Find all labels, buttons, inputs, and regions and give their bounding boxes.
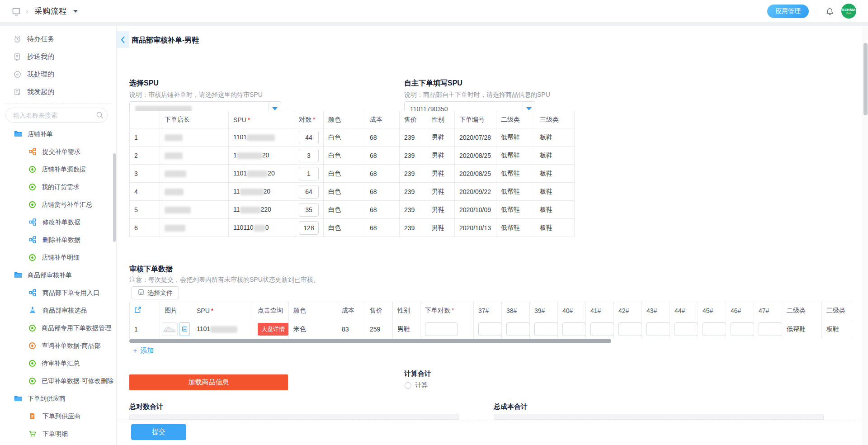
col-gender: 性别 (393, 302, 420, 319)
breadcrumb-app-name[interactable]: 采购流程 (34, 6, 67, 16)
sidebar-item-order-to-supplier[interactable]: 下单到供应商 (0, 407, 116, 425)
horizontal-scrollbar-thumb[interactable] (129, 339, 611, 343)
sidebar-item-dept-order-entry[interactable]: 商品部下单专用入口 (0, 284, 116, 302)
qty-input[interactable] (299, 131, 319, 144)
spu-cell: 11220 (229, 201, 294, 219)
size-input[interactable] (562, 322, 586, 336)
size-input[interactable] (675, 322, 698, 336)
add-row-link[interactable]: ＋ 添加 (132, 346, 154, 355)
qty-cell (294, 201, 324, 219)
spu-cell: 110120 (229, 165, 294, 183)
query-cell: 大盘详情 (253, 319, 289, 339)
col-size-39: 39# (530, 302, 558, 319)
app-manage-button[interactable]: 应用管理 (767, 5, 809, 18)
flow-icon (29, 218, 37, 226)
image-cell (160, 319, 192, 339)
sidebar-item-handled-by-me[interactable]: 我处理的 (0, 66, 116, 83)
sidebar-item-reviewed-data-editable[interactable]: 已审补单数据-可修改删除 (0, 372, 116, 390)
submit-button[interactable]: 提交 (131, 424, 186, 440)
sidebar-item-submit-replenish-need[interactable]: 提交补单需求 (0, 143, 116, 161)
sidebar-item-query-replenish-dept[interactable]: 查询补单数据-商品部 (0, 337, 116, 355)
target-icon (29, 184, 36, 190)
size-input[interactable] (646, 322, 670, 336)
export-icon[interactable] (134, 308, 142, 315)
load-product-info-button[interactable]: 加载商品信息 (129, 374, 288, 390)
sidebar-scrollbar-thumb[interactable] (113, 153, 116, 242)
sidebar-item-todo-tasks[interactable]: 待办任务 (0, 30, 116, 48)
sidebar-item-store-replenish-detail[interactable]: 店铺补单明细 (0, 249, 116, 266)
col-size-37: 37# (474, 302, 502, 319)
sidebar-item-cc-to-me[interactable]: 抄送我的 (0, 48, 116, 66)
size-43-cell (642, 319, 670, 339)
qty-input[interactable] (299, 185, 319, 199)
size-input[interactable] (731, 322, 754, 336)
sidebar-item-pending-review-summary[interactable]: 待审补单汇总 (0, 355, 116, 372)
col-rownum (130, 111, 160, 128)
calc-radio-button[interactable] (405, 382, 411, 389)
size-input[interactable] (618, 322, 642, 336)
target-icon (29, 254, 36, 261)
review-order-table: 图片 SPU* 点击查询 颜色 成本 售价 性别 下单对数* 37# 38# 3… (129, 302, 851, 339)
total-cost-field (494, 414, 824, 420)
spu-cell: 1101100 (229, 219, 294, 237)
col-order-no: 下单编号 (455, 111, 496, 128)
market-detail-button[interactable]: 大盘详情 (258, 323, 288, 336)
order-qty-input[interactable] (425, 322, 458, 336)
size-input[interactable] (506, 322, 530, 336)
sidebar-search-input[interactable] (5, 108, 108, 123)
size-44-cell (670, 319, 698, 339)
target-icon (29, 325, 36, 331)
col-export (130, 302, 160, 319)
sidebar-item-dept-order-data-manage[interactable]: 商品部专用下单数据管理 (0, 319, 116, 337)
main-content: 商品部审核补单-男鞋 选择SPU 说明：审核店铺补单时，请选择这里的待审SPU … (116, 26, 863, 445)
sidebar-item-edit-replenish-data[interactable]: 修改补单数据 (0, 213, 116, 231)
table-row: 1 1101 白色 68 239 男鞋 2020/07/28 低帮鞋 板鞋 (130, 128, 575, 147)
qty-input[interactable] (299, 167, 319, 180)
sidebar-folder-order-to-supplier[interactable]: 下单到供应商 (0, 390, 116, 407)
image-preview-button[interactable] (179, 322, 190, 336)
col-cat2: 二级类 (496, 111, 535, 128)
sidebar-item-delete-replenish-data[interactable]: 删除补单数据 (0, 231, 116, 249)
sidebar-item-order-detail[interactable]: 下单明细 (0, 425, 116, 443)
sidebar-item-initiated-by-me[interactable]: 我发起的 (0, 83, 116, 101)
col-size-41: 41# (586, 302, 614, 319)
file-icon (138, 289, 144, 297)
target-icon (29, 360, 36, 367)
spu-cell: 120 (229, 147, 294, 165)
size-input[interactable] (534, 322, 558, 336)
app-switcher-icon[interactable] (12, 7, 19, 15)
sidebar-item-store-sku-summary[interactable]: 店铺货号补单汇总 (0, 196, 116, 213)
choose-file-button[interactable]: 选择文件 (132, 286, 179, 299)
sidebar-item-my-order-need[interactable]: 我的订货需求 (0, 178, 116, 196)
qty-input[interactable] (299, 203, 319, 217)
qty-input[interactable] (299, 149, 319, 162)
page-scrollbar-thumb[interactable] (863, 43, 868, 115)
search-icon[interactable] (96, 111, 104, 121)
sidebar-folder-store-replenish[interactable]: 店铺补单 (0, 125, 116, 143)
qty-cell (294, 147, 324, 165)
back-button[interactable] (117, 31, 129, 48)
sidebar-folder-dept-review[interactable]: 商品部审核补单 (0, 266, 116, 284)
sidebar-item-store-replenish-source[interactable]: 店铺补单源数据 (0, 161, 116, 178)
size-input[interactable] (478, 322, 502, 336)
size-input[interactable] (590, 322, 614, 336)
notification-bell-icon[interactable] (826, 7, 833, 15)
app-menu-caret-icon[interactable] (73, 10, 78, 13)
manager-redacted (160, 219, 229, 237)
col-qty: 对数* (294, 111, 324, 128)
folder-icon (14, 271, 22, 279)
product-thumbnail[interactable] (162, 322, 178, 336)
col-color: 颜色 (324, 111, 365, 128)
flow-icon (29, 236, 37, 244)
table-row: 1 1101 大盘详情 米色 83 259 男鞋 (130, 319, 852, 339)
user-avatar[interactable]: SENMA Core (841, 4, 856, 19)
breadcrumb-separator-icon: › (26, 7, 28, 15)
sidebar-item-dept-review-selection[interactable]: 商品部审核选品 (0, 302, 116, 319)
manager-redacted (160, 201, 229, 219)
size-37-cell (474, 319, 502, 339)
col-spu: SPU* (229, 111, 294, 128)
size-input[interactable] (703, 322, 726, 336)
qty-input[interactable] (299, 221, 319, 235)
review-table-scroll-area[interactable]: 图片 SPU* 点击查询 颜色 成本 售价 性别 下单对数* 37# 38# 3… (129, 302, 851, 339)
size-input[interactable] (759, 322, 782, 336)
